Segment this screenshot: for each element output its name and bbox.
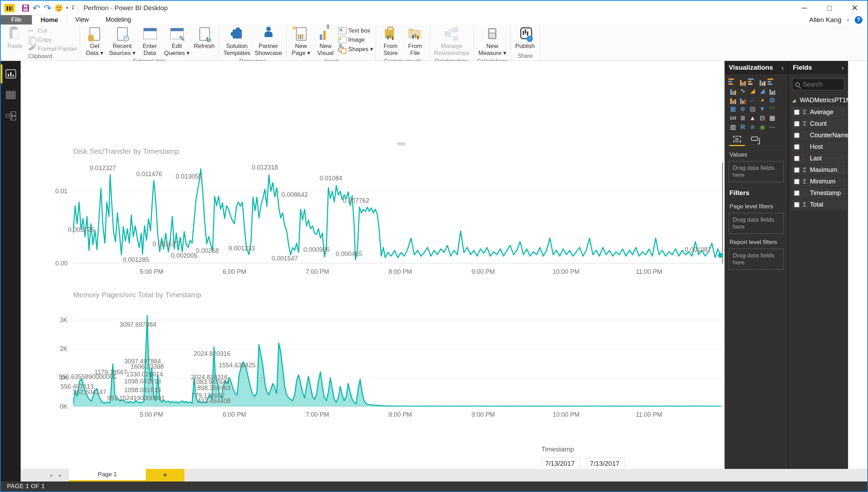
viz-icon-area-chart[interactable]: ◢ bbox=[748, 86, 757, 95]
field-checkbox[interactable] bbox=[794, 144, 799, 150]
paste-button[interactable]: Paste bbox=[3, 26, 27, 50]
values-drop-area[interactable]: Drag data fields here bbox=[729, 161, 784, 182]
maximize-button[interactable]: □ bbox=[817, 1, 842, 15]
field-row-minimum[interactable]: ΣMinimum bbox=[791, 176, 847, 187]
enter-data-button[interactable]: EnterData bbox=[138, 26, 161, 57]
ribbon-tab-file[interactable]: File bbox=[1, 15, 32, 25]
tab-fields[interactable] bbox=[729, 136, 745, 146]
viz-icon-clustered-bar-chart[interactable] bbox=[748, 77, 757, 86]
search-input[interactable] bbox=[803, 81, 841, 88]
sidebar-item-relationships-view[interactable] bbox=[1, 108, 21, 124]
page-filters-drop-area[interactable]: Drag data fields here bbox=[729, 213, 784, 234]
recent-sources-button[interactable]: RecentSources ▾ bbox=[107, 26, 137, 57]
get-data-button[interactable]: GetData ▾ bbox=[83, 26, 106, 57]
publish-button[interactable]: Publish bbox=[514, 26, 537, 50]
prev-page-icon[interactable]: ◄ bbox=[49, 473, 53, 478]
viz-icon-funnel[interactable]: ▼ bbox=[758, 105, 767, 113]
field-checkbox[interactable] bbox=[794, 156, 799, 161]
text-box-button[interactable]: Text box bbox=[338, 27, 373, 34]
viz-icon-multi-row-card[interactable]: ≣ bbox=[738, 114, 747, 122]
slicer-end-date-input[interactable] bbox=[586, 457, 624, 470]
from-store-button[interactable]: FromStore bbox=[379, 26, 402, 57]
redo-icon[interactable]: ↷ bbox=[44, 4, 51, 12]
from-file-button[interactable]: FromFile bbox=[403, 26, 426, 57]
image-button[interactable]: Image bbox=[338, 36, 373, 43]
ribbon-tab-modeling[interactable]: Modeling bbox=[97, 15, 140, 25]
tab-page-1[interactable]: Page 1 bbox=[69, 469, 146, 481]
viz-icon-donut-chart[interactable]: ◍ bbox=[768, 96, 777, 104]
field-checkbox[interactable] bbox=[794, 202, 799, 207]
help-icon[interactable]: ? bbox=[855, 16, 862, 24]
viz-icon-pie-chart[interactable]: ◕ bbox=[758, 96, 767, 104]
refresh-button[interactable]: Refresh bbox=[192, 26, 216, 50]
viz-icon-line-chart[interactable]: ∿ bbox=[738, 86, 747, 95]
viz-icon-stacked-area-chart[interactable]: ◢ bbox=[758, 86, 767, 95]
minimize-button[interactable]: ─ bbox=[792, 1, 817, 15]
edit-queries-button[interactable]: EditQueries ▾ bbox=[163, 26, 191, 57]
sidebar-item-report-view[interactable] bbox=[1, 66, 21, 82]
new-page-button[interactable]: NewPage ▾ bbox=[289, 26, 312, 57]
field-row-host[interactable]: ΣHost bbox=[791, 141, 847, 152]
field-checkbox[interactable] bbox=[794, 190, 799, 196]
field-checkbox[interactable] bbox=[794, 133, 799, 138]
ribbon-tab-view[interactable]: View bbox=[67, 15, 97, 25]
feedback-smiley-icon[interactable] bbox=[55, 4, 63, 12]
viz-icon-table[interactable]: ▦ bbox=[768, 114, 777, 122]
viz-icon-r-script-visual[interactable]: R bbox=[738, 123, 747, 131]
field-checkbox[interactable] bbox=[794, 110, 799, 115]
slicer-start-date-input[interactable] bbox=[541, 457, 580, 470]
undo-icon[interactable]: ↶ bbox=[33, 4, 40, 12]
partner-showcase-button[interactable]: PartnerShowcase bbox=[253, 26, 283, 57]
shapes-button[interactable]: Shapes ▾ bbox=[338, 46, 373, 53]
collapse-panel-icon[interactable]: › bbox=[841, 64, 844, 72]
field-checkbox[interactable] bbox=[794, 167, 799, 173]
customize-toolbar-icon[interactable]: ▾ bbox=[72, 6, 74, 10]
viz-icon-pulse-chart[interactable]: ≋ bbox=[748, 123, 757, 131]
viz-icon-gauge[interactable]: ◠ bbox=[768, 105, 777, 113]
report-canvas[interactable]: ↗ ⋯ Disk Sec/Transfer by Timestamp 0.000… bbox=[21, 61, 744, 469]
viz-icon-more-options[interactable]: ⋯ bbox=[768, 123, 777, 131]
field-checkbox[interactable] bbox=[794, 179, 799, 184]
next-page-icon[interactable]: ► bbox=[58, 473, 63, 478]
sidebar-item-data-view[interactable] bbox=[1, 87, 21, 103]
copy-button[interactable]: Copy bbox=[28, 36, 77, 43]
format-painter-button[interactable]: Format Painter bbox=[28, 46, 77, 53]
table-expand-icon[interactable]: ◢ bbox=[792, 98, 796, 103]
viz-icon-slicer[interactable]: ⊟ bbox=[758, 114, 767, 122]
viz-icon-clustered-column-chart[interactable] bbox=[758, 77, 767, 86]
add-page-button[interactable]: + bbox=[146, 469, 184, 481]
power-bi-app-icon[interactable] bbox=[4, 4, 15, 12]
field-row-maximum[interactable]: ΣMaximum bbox=[791, 165, 847, 175]
viz-icon-waterfall-chart[interactable] bbox=[738, 96, 747, 104]
field-row-total[interactable]: ΣTotal bbox=[791, 199, 847, 210]
viz-icon-card[interactable]: 123 bbox=[728, 114, 738, 122]
viz-icon-stacked-bar-chart[interactable] bbox=[728, 77, 738, 86]
viz-icon-filled-map[interactable]: ▧ bbox=[748, 105, 757, 113]
solution-templates-button[interactable]: SolutionTemplates bbox=[222, 26, 252, 57]
field-checkbox[interactable] bbox=[794, 121, 799, 126]
ribbon-tab-home[interactable]: Home bbox=[32, 15, 67, 25]
field-row-average[interactable]: ΣAverage bbox=[791, 107, 847, 118]
field-row-countername[interactable]: ΣCounterName bbox=[791, 130, 847, 141]
viz-icon-kpi[interactable]: ▲ bbox=[748, 114, 757, 122]
visual-disk-sec-transfer[interactable]: ↗ ⋯ Disk Sec/Transfer by Timestamp 0.000… bbox=[51, 141, 751, 284]
table-row-wadmetrics[interactable]: ◢ WADMetricsPT1MP... bbox=[789, 94, 848, 107]
report-filters-drop-area[interactable]: Drag data fields here bbox=[729, 249, 784, 270]
viz-icon-line-and-stacked-column-chart[interactable] bbox=[768, 86, 777, 95]
field-row-count[interactable]: ΣCount bbox=[791, 118, 847, 129]
account-chevron-icon[interactable]: ∧ bbox=[846, 17, 850, 23]
viz-icon-100-stacked-column-chart[interactable] bbox=[728, 86, 738, 95]
close-button[interactable]: ✕ bbox=[842, 1, 867, 15]
new-measure-button[interactable]: NewMeasure ▾ bbox=[477, 26, 507, 57]
smiley-dropdown-icon[interactable]: ▾ bbox=[66, 5, 69, 11]
save-icon[interactable] bbox=[22, 5, 29, 12]
visual-drag-handle[interactable] bbox=[397, 142, 405, 145]
viz-icon-line-and-clustered-column-chart[interactable] bbox=[728, 96, 738, 104]
viz-icon-100-stacked-bar-chart[interactable] bbox=[768, 77, 777, 86]
cut-button[interactable]: Cut bbox=[28, 27, 77, 34]
field-row-timestamp[interactable]: ΣTimestamp bbox=[791, 188, 847, 199]
viz-icon-stacked-column-chart[interactable] bbox=[738, 77, 747, 86]
viz-icon-arcgis-map[interactable]: ◉ bbox=[758, 123, 767, 131]
manage-relationships-button[interactable]: ManageRelationships bbox=[432, 26, 471, 57]
viz-icon-scatter-chart[interactable]: ∴ bbox=[748, 96, 757, 104]
